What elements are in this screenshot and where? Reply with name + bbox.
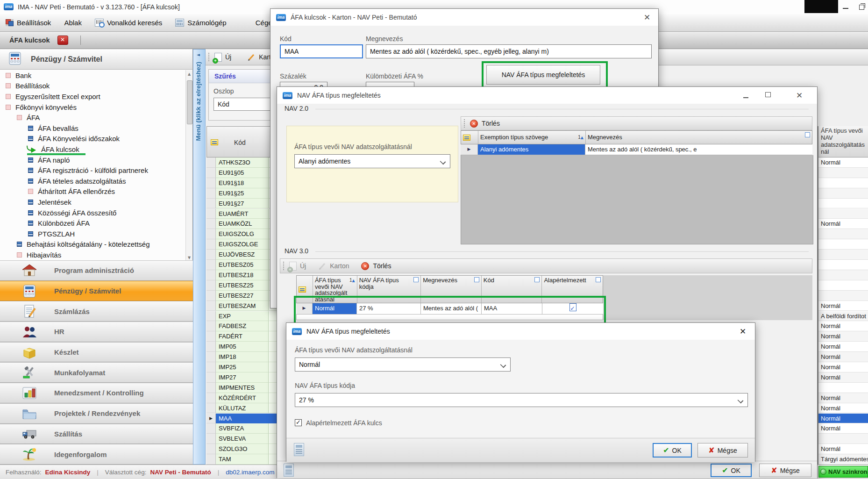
megnevezes-cell[interactable]: Mentes az adó alól ( közérdekű, spec., e (585, 144, 812, 155)
restore-button[interactable] (855, 2, 868, 12)
table-row-imp05[interactable]: IMP05 (206, 342, 277, 352)
right-col-cell-eu91-25[interactable] (818, 188, 868, 199)
table-row-eutbesz25[interactable]: EUTBESZ25 (206, 280, 277, 291)
filter-icon[interactable] (596, 277, 601, 282)
scroll-up-icon[interactable]: ▲ (186, 72, 192, 76)
table-row-imp25[interactable]: IMP25 (206, 362, 277, 372)
menu-vonalkod-kereses[interactable]: Vonalkód keresés (107, 19, 162, 27)
right-col-cell-athksz3o[interactable]: Normál (818, 157, 868, 168)
cancel-button[interactable]: ✘ Mégse (759, 464, 811, 477)
scroll-thumb[interactable] (187, 80, 192, 124)
table-row-eu91-18[interactable]: EU91§18 (206, 178, 277, 188)
right-col-cell-külutaz[interactable]: Normál (818, 403, 868, 414)
calculator-icon[interactable] (294, 443, 304, 456)
right-col-cell-eutbesz25[interactable] (818, 280, 868, 291)
right-col-cell-fadbesz[interactable]: Normál (818, 321, 868, 331)
right-col-cell-impmentes[interactable] (818, 383, 868, 393)
right-col-cell-eutbeszam[interactable]: Normál (818, 301, 868, 311)
right-col-cell-tam[interactable]: Tárgyi adómentes (818, 454, 868, 465)
right-col-cell-euamért[interactable] (818, 209, 868, 219)
filter-icon[interactable] (534, 277, 540, 282)
menu-ablak[interactable]: Ablak (64, 19, 82, 27)
table-row-impmentes[interactable]: IMPMENTES (206, 383, 277, 393)
exemption-cell[interactable]: Alanyi adómentes (478, 144, 585, 155)
module-pénzügy-számvitel[interactable]: Pénzügy / Számvitel (0, 281, 193, 301)
tree-item-különbözeti-áfa[interactable]: Különbözeti ÁFA (0, 218, 184, 229)
col-exemption-tipus[interactable]: Exemption típus szövege 1▲ (478, 131, 586, 144)
nav3-col-nav-áfa-típus-kódja[interactable]: NAV ÁFA típus kódja (357, 276, 421, 303)
nav-sync-badge[interactable]: NAV szinkron(5 (818, 466, 868, 478)
nav3-row-cell[interactable]: 27 % (357, 303, 421, 315)
edit-type-dropdown[interactable]: Normál (295, 357, 511, 372)
table-row-euigszolge[interactable]: EUIGSZOLGE (206, 239, 277, 250)
table-row-svbleva[interactable]: SVBLEVA (206, 434, 277, 444)
server-link[interactable]: db02.imaerp.com (226, 469, 274, 476)
nav2-type-dropdown[interactable]: Alanyi adómentes (294, 154, 450, 168)
table-row-eutbesz27[interactable]: EUTBESZ27 (206, 291, 277, 301)
filter-icon[interactable] (805, 132, 810, 137)
module-idegenforgalom[interactable]: Idegenforgalom (0, 444, 193, 465)
right-col-cell-eu91-05[interactable] (818, 168, 868, 178)
table-row-eutbesz05[interactable]: EUTBESZ05 (206, 260, 277, 270)
table-row-imp27[interactable]: IMP27 (206, 372, 277, 383)
tree-item-bank[interactable]: Bank (0, 70, 184, 81)
table-row-maa[interactable]: ▶MAA (206, 414, 277, 424)
scroll-down-icon[interactable]: ▼ (186, 256, 192, 260)
nav3-col-alapértelmezett[interactable]: Alapértelmezett (542, 276, 603, 303)
nav3-col-kód[interactable]: Kód (482, 276, 542, 303)
tree-item-áfa-regisztráció-külföldi-partnerek[interactable]: ÁFA regisztráció - külföldi partnerek (0, 165, 184, 176)
table-row-eu91-05[interactable]: EU91§05 (206, 168, 277, 178)
dialog-close-button[interactable]: ✕ (641, 13, 653, 22)
filter-icon[interactable] (413, 277, 419, 282)
filter-icon[interactable] (474, 277, 479, 282)
right-col-cell-imp25[interactable]: Normál (818, 362, 868, 372)
table-row-közérdért[interactable]: KÖZÉRDÉRT (206, 393, 277, 403)
nav3-row-cell[interactable]: MAA (482, 303, 542, 315)
new-button[interactable]: Új (214, 53, 231, 62)
table-row-fadbesz[interactable]: FADBESZ (206, 321, 277, 331)
calculator-icon[interactable] (284, 464, 294, 477)
right-col-cell-imp27[interactable]: Normál (818, 372, 868, 383)
main-table-header[interactable]: Kód (206, 126, 277, 157)
default-flag-cell[interactable] (542, 303, 603, 315)
module-projektek-rendezvények[interactable]: Projektek / Rendezvények (0, 403, 193, 424)
right-col-cell-eu91-27[interactable] (818, 199, 868, 209)
tree-item-áfa-bevallás[interactable]: ÁFA bevallás (0, 123, 184, 134)
tree-item-hibajavítás[interactable]: Hibajavítás (0, 250, 184, 260)
tree-item-áfa-tételes-adatszolgáltatás[interactable]: ÁFA tételes adatszolgáltatás (0, 176, 184, 186)
tree-item-behajtási-költségátalány-kötelezettség[interactable]: Behajtási költségátalány - kötelezettség (0, 239, 184, 250)
tree-item-közösségi-áfa-összesítő[interactable]: Közösségi ÁFA összesítő (0, 207, 184, 218)
nav3-table-row[interactable]: ▶Normál27 %Mentes az adó alól (MAA (296, 303, 603, 315)
right-col-cell-svbleva[interactable] (818, 434, 868, 444)
table-row-athksz3o[interactable]: ATHKSZ3O (206, 157, 277, 168)
right-col-cell-eutbesz18[interactable] (818, 270, 868, 280)
tree-item-egyszerűsített-excel-export[interactable]: Egyszerűsített Excel export (0, 91, 184, 102)
module-szállítás[interactable]: Szállítás (0, 424, 193, 444)
module-menedzsment-kontrolling[interactable]: Menedzsment / Kontrolling (0, 383, 193, 403)
tree-item-áfa[interactable]: ÁFA (0, 112, 184, 123)
table-row-eutbeszam[interactable]: EUTBESZAM (206, 301, 277, 311)
right-col-cell-imp18[interactable]: Normál (818, 352, 868, 362)
tree-item-ptgszlah[interactable]: PTGSZLAH (0, 229, 184, 239)
tree-item-áthárított-áfa-ellenőrzés[interactable]: Áthárított ÁFA ellenőrzés (0, 186, 184, 197)
table-row-imp18[interactable]: IMP18 (206, 352, 277, 362)
megnevezes-input[interactable]: Mentes az adó alól ( közérdekű, spec., e… (366, 44, 652, 58)
right-col-cell-szolg3o[interactable]: Normál (818, 444, 868, 454)
table-row-exp[interactable]: EXP (206, 311, 277, 322)
dialog-close-button[interactable]: ✕ (794, 91, 805, 100)
menu-collapse-strip[interactable]: ◄ Menü (klikk az elrejtéshez) (193, 49, 206, 465)
nav3-col-megnevezés[interactable]: Megnevezés (421, 276, 482, 303)
right-col-cell-eutbesz05[interactable] (818, 260, 868, 270)
table-row-euamközl[interactable]: EUAMKÖZL (206, 219, 277, 229)
nav2-delete-button[interactable]: Törlés (482, 120, 500, 127)
module-hr[interactable]: HR (0, 322, 193, 342)
right-col-cell-euigszolg[interactable] (818, 229, 868, 239)
cancel-button[interactable]: ✘ Mégse (697, 443, 748, 458)
dialog-minimize-button[interactable] (740, 91, 752, 100)
table-row-fadért[interactable]: FADÉRT (206, 331, 277, 342)
right-col-cell-imp05[interactable]: Normál (818, 342, 868, 352)
default-vat-checkbox[interactable] (295, 419, 302, 426)
table-row-eujövbesz[interactable]: EUJÖVBESZ (206, 250, 277, 260)
module-program-adminisztráció[interactable]: Program adminisztráció (0, 260, 193, 281)
nav3-row-cell[interactable]: Mentes az adó alól ( (421, 303, 482, 315)
